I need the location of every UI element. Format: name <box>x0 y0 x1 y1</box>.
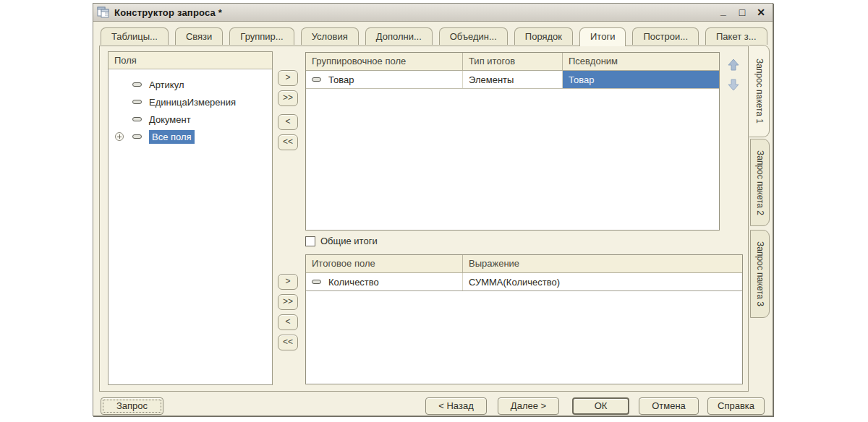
package-tab-1[interactable]: Запрос пакета 1 <box>749 45 770 137</box>
totals-table: Итоговое поле Выражение Количество СУММА… <box>305 254 743 384</box>
grouping-table: Группировочное поле Тип итогов Псевдоним… <box>305 52 720 231</box>
tree-item-vse-polya[interactable]: Все поля <box>109 128 272 145</box>
col-total-type: Тип итогов <box>463 53 563 70</box>
package-tab-3[interactable]: Запрос пакета 3 <box>750 230 770 318</box>
tree-item-artikul[interactable]: Артикул <box>109 76 272 93</box>
field-icon <box>132 82 142 87</box>
field-icon <box>132 100 142 104</box>
tab-totals[interactable]: Итоги <box>579 27 626 46</box>
tree-item-edinica[interactable]: ЕдиницаИзмерения <box>109 93 272 111</box>
totals-remove-button[interactable]: < <box>278 314 298 330</box>
tree-item-label: Документ <box>149 114 191 125</box>
tabstrip: Таблицы... Связи Группир... Условия Допо… <box>101 27 767 46</box>
move-down-icon[interactable] <box>726 77 741 92</box>
ok-button[interactable]: ОК <box>572 397 629 415</box>
tree-item-label: ЕдиницаИзмерения <box>149 97 236 108</box>
col-alias: Псевдоним <box>563 53 719 70</box>
back-button[interactable]: < Назад <box>425 397 487 415</box>
field-icon <box>132 134 142 139</box>
maximize-icon[interactable]: □ <box>736 7 748 18</box>
col-grouping-field: Группировочное поле <box>306 53 463 70</box>
grouping-remove-all-button[interactable]: << <box>278 134 298 150</box>
grouping-field-value: Товар <box>328 74 354 85</box>
tab-grouping[interactable]: Группир... <box>229 27 294 45</box>
close-icon[interactable]: ✕ <box>755 7 767 18</box>
expression-cell[interactable]: СУММА(Количество) <box>463 273 742 290</box>
table-row[interactable]: Количество СУММА(Количество) <box>306 273 742 291</box>
query-designer-window: Конструктор запроса * _ □ ✕ Таблицы... С… <box>93 3 773 416</box>
titlebar: Конструктор запроса * _ □ ✕ <box>93 4 773 22</box>
col-expression: Выражение <box>463 255 742 272</box>
query-designer-icon <box>97 7 110 18</box>
total-field-cell: Количество <box>306 273 463 290</box>
package-tab-2[interactable]: Запрос пакета 2 <box>750 139 770 226</box>
totals-page-panel: Поля Артикул ЕдиницаИзмерения Документ <box>99 46 749 392</box>
total-field-value: Количество <box>328 277 379 288</box>
general-totals-label: Общие итоги <box>320 236 378 246</box>
tab-tables[interactable]: Таблицы... <box>101 27 169 45</box>
grouping-field-cell: Товар <box>306 71 463 88</box>
dialog-body: Таблицы... Связи Группир... Условия Допо… <box>93 22 773 415</box>
grouping-remove-button[interactable]: < <box>278 114 298 130</box>
tab-links[interactable]: Связи <box>175 27 223 45</box>
tab-unions[interactable]: Объедин... <box>439 27 508 45</box>
grouping-add-all-button[interactable]: >> <box>278 90 298 106</box>
general-totals-checkbox[interactable] <box>305 236 315 246</box>
tree-item-label-selected: Все поля <box>149 130 195 144</box>
field-icon <box>312 280 321 284</box>
general-totals-row: Общие итоги <box>305 236 378 246</box>
totals-add-button[interactable]: > <box>278 274 298 290</box>
total-type-cell[interactable]: Элементы <box>463 71 563 88</box>
tab-order[interactable]: Порядок <box>514 27 573 45</box>
expand-plus-icon[interactable] <box>115 132 124 141</box>
minimize-icon[interactable]: _ <box>718 5 729 17</box>
help-button[interactable]: Справка <box>707 397 765 415</box>
alias-cell-selected[interactable]: Товар <box>563 71 719 88</box>
totals-table-header: Итоговое поле Выражение <box>306 255 742 273</box>
next-button[interactable]: Далее > <box>498 397 559 415</box>
field-icon <box>312 77 321 82</box>
totals-remove-all-button[interactable]: << <box>278 335 298 350</box>
col-total-field: Итоговое поле <box>306 255 463 272</box>
grouping-table-header: Группировочное поле Тип итогов Псевдоним <box>306 53 719 71</box>
tree-item-label: Артикул <box>149 79 184 90</box>
table-row[interactable]: Товар Элементы Товар <box>306 71 719 89</box>
tab-conditions[interactable]: Условия <box>301 27 359 45</box>
fields-panel: Поля Артикул ЕдиницаИзмерения Документ <box>108 51 273 385</box>
cancel-button[interactable]: Отмена <box>639 397 699 415</box>
tab-builder[interactable]: Построи... <box>632 27 699 45</box>
totals-add-all-button[interactable]: >> <box>278 294 298 310</box>
tab-batch[interactable]: Пакет з... <box>705 27 767 45</box>
field-icon <box>132 117 142 121</box>
tree-item-dokument[interactable]: Документ <box>109 111 272 128</box>
fields-panel-title: Поля <box>109 52 272 69</box>
move-up-icon[interactable] <box>726 58 741 72</box>
query-button[interactable]: Запрос <box>101 397 163 415</box>
window-title: Конструктор запроса * <box>114 7 222 18</box>
grouping-add-button[interactable]: > <box>278 70 298 86</box>
fields-tree: Артикул ЕдиницаИзмерения Документ Все по… <box>109 69 272 145</box>
tab-additional[interactable]: Дополни... <box>365 27 433 45</box>
